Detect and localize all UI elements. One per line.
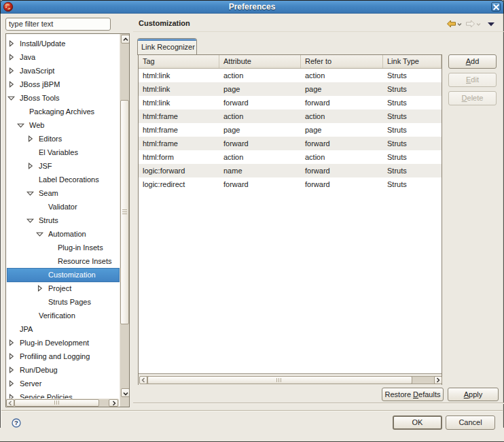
svg-text:?: ? [14, 419, 18, 426]
